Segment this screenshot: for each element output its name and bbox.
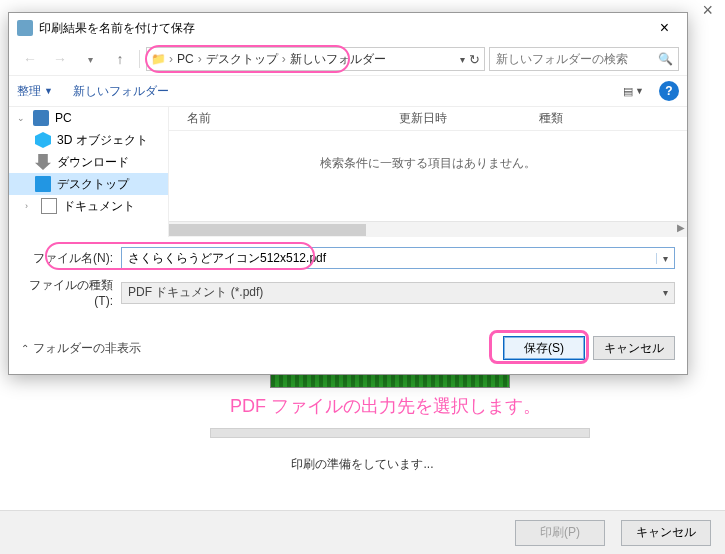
new-folder-button[interactable]: 新しいフォルダー: [73, 83, 169, 100]
back-icon[interactable]: ←: [17, 46, 43, 72]
chevron-down-icon[interactable]: ▾: [663, 287, 668, 298]
chevron-down-icon[interactable]: ▾: [460, 54, 465, 65]
dialog-body: ⌄ PC 3D オブジェクト ダウンロード デスクトップ › ドキュメント: [9, 107, 687, 237]
col-date[interactable]: 更新日時: [399, 110, 539, 127]
filename-label: ファイル名(N):: [21, 250, 121, 267]
tree-label: ダウンロード: [57, 154, 129, 171]
file-list[interactable]: 名前 更新日時 種類 検索条件に一致する項目はありません。 ▶: [169, 107, 687, 237]
toolbar: 整理 ▼ 新しいフォルダー ▤ ▼ ?: [9, 75, 687, 107]
search-input[interactable]: 🔍: [489, 47, 679, 71]
crumb-desktop[interactable]: デスクトップ: [202, 51, 282, 68]
tree-downloads[interactable]: ダウンロード: [9, 151, 168, 173]
organize-button[interactable]: 整理 ▼: [17, 83, 53, 100]
save-as-dialog: 印刷結果を名前を付けて保存 × ← → ▾ ↑ 📁 › PC › デスクトップ …: [8, 12, 688, 375]
tree-desktop[interactable]: デスクトップ: [9, 173, 168, 195]
filename-input[interactable]: ▾: [121, 247, 675, 269]
status-text: 印刷の準備をしています...: [0, 456, 725, 473]
tree-pc[interactable]: ⌄ PC: [9, 107, 168, 129]
fields: ファイル名(N): ▾ ファイルの種類(T): PDF ドキュメント (*.pd…: [9, 237, 687, 326]
progress-bar: [210, 428, 590, 438]
tree-label: 3D オブジェクト: [57, 132, 148, 149]
cancel-button[interactable]: キャンセル: [593, 336, 675, 360]
help-icon[interactable]: ?: [659, 81, 679, 101]
cube-icon: [35, 132, 51, 148]
search-field[interactable]: [490, 52, 652, 66]
tree-label: デスクトップ: [57, 176, 129, 193]
recent-chevron-icon[interactable]: ▾: [77, 46, 103, 72]
search-icon[interactable]: 🔍: [652, 52, 679, 66]
breadcrumb-actions: ▾ ↻: [456, 52, 484, 67]
chevron-down-icon[interactable]: ⌄: [17, 113, 27, 123]
background-close-icon[interactable]: ×: [702, 0, 713, 21]
tree-label: ドキュメント: [63, 198, 135, 215]
dialog-footer: フォルダーの非表示 保存(S) キャンセル: [9, 326, 687, 374]
chevron-down-icon: ▼: [44, 86, 53, 96]
filename-field[interactable]: [122, 248, 656, 268]
chevron-down-icon[interactable]: ▾: [656, 253, 674, 264]
filetype-value: PDF ドキュメント (*.pdf): [128, 284, 263, 301]
document-icon: [41, 198, 57, 214]
close-icon[interactable]: ×: [650, 19, 679, 37]
chevron-down-icon: ▼: [635, 86, 644, 96]
save-button[interactable]: 保存(S): [503, 336, 585, 360]
scroll-thumb[interactable]: [169, 224, 366, 236]
view-icon: ▤: [623, 85, 631, 98]
up-icon[interactable]: ↑: [107, 46, 133, 72]
separator: [139, 50, 140, 68]
scroll-right-icon[interactable]: ▶: [677, 222, 685, 233]
col-name[interactable]: 名前: [169, 110, 399, 127]
empty-message: 検索条件に一致する項目はありません。: [169, 131, 687, 196]
nav-row: ← → ▾ ↑ 📁 › PC › デスクトップ › 新しいフォルダー ▾ ↻ 🔍: [9, 43, 687, 75]
annotation-caption: PDF ファイルの出力先を選択します。: [230, 394, 541, 418]
organize-label: 整理: [17, 83, 41, 100]
desktop-icon: [35, 176, 51, 192]
dialog-title: 印刷結果を名前を付けて保存: [39, 20, 650, 37]
crumb-pc[interactable]: PC: [173, 52, 198, 66]
print-button: 印刷(P): [515, 520, 605, 546]
refresh-icon[interactable]: ↻: [469, 52, 480, 67]
list-header[interactable]: 名前 更新日時 種類: [169, 107, 687, 131]
horizontal-scrollbar[interactable]: ▶: [169, 221, 687, 237]
tree-documents[interactable]: › ドキュメント: [9, 195, 168, 217]
breadcrumb[interactable]: 📁 › PC › デスクトップ › 新しいフォルダー ▾ ↻: [146, 47, 485, 71]
chevron-right-icon[interactable]: ›: [25, 201, 35, 211]
app-icon: [17, 20, 33, 36]
folder-icon: 📁: [147, 52, 169, 66]
parent-footer: 印刷(P) キャンセル: [0, 510, 725, 554]
footer-cancel-button[interactable]: キャンセル: [621, 520, 711, 546]
filetype-label: ファイルの種類(T):: [21, 277, 121, 308]
crumb-newfolder[interactable]: 新しいフォルダー: [286, 51, 390, 68]
tree-3d[interactable]: 3D オブジェクト: [9, 129, 168, 151]
pc-icon: [33, 110, 49, 126]
tree-label: PC: [55, 111, 72, 125]
hide-folders-button[interactable]: フォルダーの非表示: [21, 340, 141, 357]
col-type[interactable]: 種類: [539, 110, 619, 127]
folder-tree[interactable]: ⌄ PC 3D オブジェクト ダウンロード デスクトップ › ドキュメント: [9, 107, 169, 237]
view-button[interactable]: ▤ ▼: [616, 81, 651, 102]
filetype-select[interactable]: PDF ドキュメント (*.pdf) ▾: [121, 282, 675, 304]
forward-icon[interactable]: →: [47, 46, 73, 72]
titlebar: 印刷結果を名前を付けて保存 ×: [9, 13, 687, 43]
download-icon: [35, 154, 51, 170]
